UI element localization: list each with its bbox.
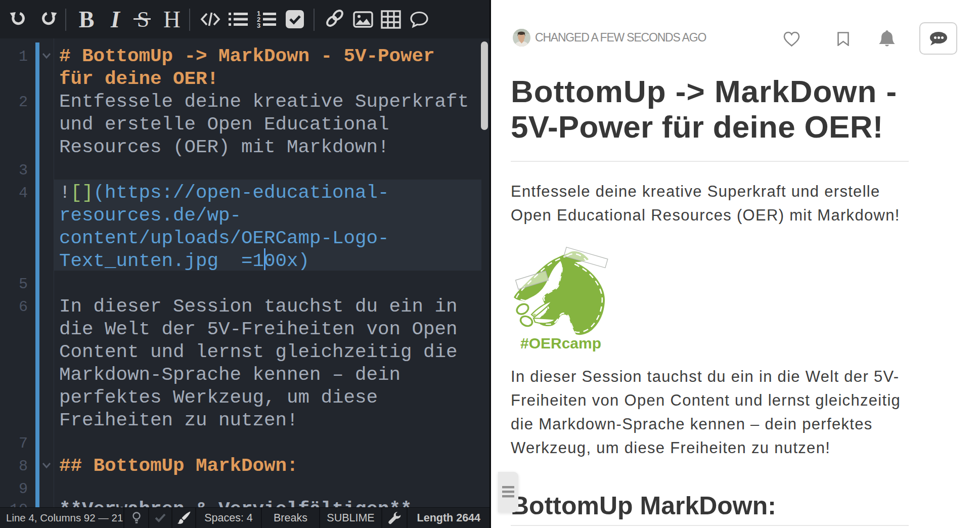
- svg-text:#OERcamp: #OERcamp: [520, 335, 601, 351]
- svg-text:3: 3: [257, 22, 260, 29]
